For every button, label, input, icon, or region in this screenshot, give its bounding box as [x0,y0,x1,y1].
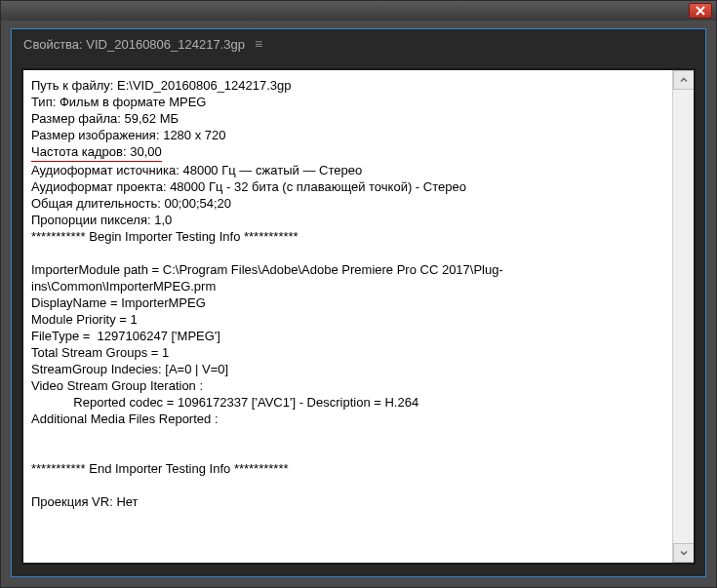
type-value: Фильм в формате MPEG [60,95,207,109]
close-icon [696,6,705,16]
close-button[interactable] [689,3,712,19]
frame-rate-highlighted: Частота кадров: 30,00 [31,143,162,162]
window-frame: Свойства: VID_20160806_124217.3gp ≡ Путь… [0,0,717,588]
module-priority-label: Module Priority = [31,312,127,327]
pixel-aspect-value: 1,0 [154,213,172,227]
content-area: Путь к файлу: E:\VID_20160806_124217.3gp… [23,70,694,563]
duration-value: 00;00;54;20 [164,196,231,211]
vr-label: Проекция VR: [31,494,113,509]
project-audio-label: Аудиоформат проекта: [31,179,167,194]
end-marker: *********** End Importer Testing Info **… [31,461,289,476]
panel-header: Свойства: VID_20160806_124217.3gp ≡ [12,29,705,59]
properties-panel: Свойства: VID_20160806_124217.3gp ≡ Путь… [11,28,706,577]
file-path-label: Путь к файлу: [31,78,113,93]
chevron-up-icon [680,76,688,84]
title-bar [1,1,716,20]
image-size-label: Размер изображения: [31,128,160,142]
file-size-label: Размер файла: [31,111,121,126]
stream-index-value: [A=0 | V=0] [165,362,228,376]
panel-menu-icon[interactable]: ≡ [255,36,262,52]
stream-index-label: StreamGroup Indecies: [31,362,162,376]
video-stream-label: Video Stream Group Iteration : [31,378,203,393]
reported-codec-value: 1096172337 ['AVC1'] - Description = H.26… [178,395,418,410]
file-type-value: 1297106247 ['MPEG'] [98,329,220,343]
file-path-value: E:\VID_20160806_124217.3gp [117,78,292,93]
duration-label: Общая длительность: [31,196,161,211]
image-size-value: 1280 x 720 [163,128,225,142]
total-stream-value: 1 [162,345,169,360]
additional-media-label: Additional Media Files Reported : [31,412,219,426]
file-size-value: 59,62 МБ [125,111,179,126]
total-stream-label: Total Stream Groups = [31,345,158,360]
source-audio-label: Аудиоформат источника: [31,163,179,177]
content-frame: Путь к файлу: E:\VID_20160806_124217.3gp… [21,68,696,565]
frame-rate-label: Частота кадров: [31,144,127,159]
display-name-value: ImporterMPEG [121,295,206,310]
module-priority-value: 1 [131,312,138,327]
type-label: Тип: [31,95,56,109]
scroll-up-button[interactable] [673,70,694,90]
display-name-label: DisplayName = [31,295,118,310]
pixel-aspect-label: Пропорции пикселя: [31,213,151,227]
properties-text: Путь к файлу: E:\VID_20160806_124217.3gp… [23,70,672,563]
frame-rate-value: 30,00 [130,144,162,159]
source-audio-value: 48000 Гц — сжатый — Стерео [182,163,362,177]
begin-marker: *********** Begin Importer Testing Info … [31,229,299,244]
file-type-label: FileType = [31,329,94,343]
project-audio-value: 48000 Гц - 32 бита (с плавающей точкой) … [170,179,466,194]
scrollbar[interactable] [672,70,694,563]
vr-value: Нет [116,494,138,509]
panel-title: Свойства: VID_20160806_124217.3gp [23,37,245,52]
chevron-down-icon [680,549,688,557]
reported-codec-label: Reported codec = [31,395,174,410]
importer-path-label: ImporterModule path = [31,262,159,277]
scroll-down-button[interactable] [673,543,694,563]
